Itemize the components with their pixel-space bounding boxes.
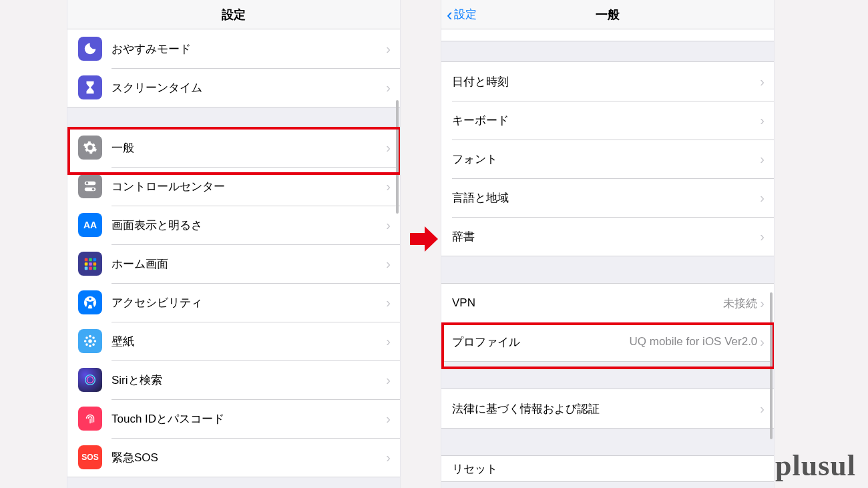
back-button[interactable]: ‹ 設定 bbox=[447, 6, 477, 23]
svg-point-23 bbox=[92, 343, 95, 346]
row-label: Siriと検索 bbox=[112, 373, 386, 388]
settings-list: おやすみモード › スクリーンタイム › 一般 bbox=[67, 29, 400, 477]
svg-rect-4 bbox=[85, 258, 88, 262]
svg-point-14 bbox=[89, 298, 91, 300]
siri-icon bbox=[78, 368, 102, 392]
chevron-right-icon: › bbox=[386, 256, 400, 272]
row-reset[interactable]: リセット bbox=[441, 456, 774, 481]
row-value: UQ mobile for iOS Ver2.0 bbox=[630, 335, 758, 348]
back-label: 設定 bbox=[454, 7, 477, 22]
chevron-right-icon: › bbox=[760, 74, 774, 89]
row-do-not-disturb[interactable]: おやすみモード › bbox=[67, 29, 400, 68]
row-label: 緊急SOS bbox=[112, 450, 386, 465]
svg-point-16 bbox=[89, 335, 91, 338]
svg-point-17 bbox=[89, 345, 91, 348]
row-label: リセット bbox=[452, 461, 774, 477]
chevron-right-icon: › bbox=[386, 411, 400, 427]
svg-point-15 bbox=[88, 339, 92, 343]
svg-point-21 bbox=[92, 336, 95, 339]
row-label: Touch IDとパスコード bbox=[112, 411, 386, 427]
svg-point-22 bbox=[85, 343, 88, 346]
row-general[interactable]: 一般 › bbox=[67, 128, 400, 167]
navbar-settings: 設定 bbox=[67, 0, 400, 29]
row-dictionary[interactable]: 辞書 › bbox=[441, 217, 774, 256]
text-size-icon: AA bbox=[78, 213, 102, 237]
fingerprint-icon bbox=[78, 407, 102, 431]
row-screen-time[interactable]: スクリーンタイム › bbox=[67, 68, 400, 107]
row-home-screen[interactable]: ホーム画面 › bbox=[67, 244, 400, 283]
svg-rect-7 bbox=[85, 262, 88, 266]
chevron-right-icon: › bbox=[760, 229, 774, 244]
settings-screen: 設定 おやすみモード › スクリーンタイム › bbox=[67, 0, 401, 488]
row-label: 画面表示と明るさ bbox=[112, 218, 386, 233]
chevron-right-icon: › bbox=[386, 218, 400, 233]
moon-icon bbox=[78, 37, 102, 61]
scroll-indicator bbox=[770, 292, 773, 439]
row-label: 辞書 bbox=[452, 229, 760, 244]
scroll-indicator bbox=[396, 100, 399, 214]
row-display-brightness[interactable]: AA 画面表示と明るさ › bbox=[67, 206, 400, 244]
general-screen: ‹ 設定 一般 日付と時刻 › キーボード › フォント › bbox=[441, 0, 775, 488]
hourglass-icon bbox=[78, 75, 102, 99]
row-vpn[interactable]: VPN 未接続 › bbox=[441, 284, 774, 322]
row-value: 未接続 bbox=[723, 296, 757, 311]
row-keyboard[interactable]: キーボード › bbox=[441, 101, 774, 140]
svg-rect-10 bbox=[85, 267, 88, 270]
row-control-center[interactable]: コントロールセンター › bbox=[67, 167, 400, 206]
svg-point-19 bbox=[94, 340, 97, 342]
watermark: plusul bbox=[775, 449, 856, 483]
toggles-icon bbox=[78, 174, 102, 198]
row-profile[interactable]: プロファイル UQ mobile for iOS Ver2.0 › bbox=[441, 322, 774, 361]
row-touchid-passcode[interactable]: Touch IDとパスコード › bbox=[67, 399, 400, 438]
row-fonts[interactable]: フォント › bbox=[441, 140, 774, 178]
home-grid-icon bbox=[78, 252, 102, 276]
row-label: フォント bbox=[452, 152, 760, 167]
row-language-region[interactable]: 言語と地域 › bbox=[441, 178, 774, 217]
svg-rect-9 bbox=[93, 262, 97, 266]
row-label: ホーム画面 bbox=[112, 256, 386, 272]
row-label: おやすみモード bbox=[112, 41, 386, 57]
row-label: コントロールセンター bbox=[112, 179, 386, 194]
svg-rect-8 bbox=[89, 262, 92, 266]
row-emergency-sos[interactable]: SOS 緊急SOS › bbox=[67, 438, 400, 477]
nav-title: 一般 bbox=[596, 7, 620, 23]
svg-rect-11 bbox=[89, 267, 92, 270]
navbar-general: ‹ 設定 一般 bbox=[441, 0, 774, 29]
row-label: 壁紙 bbox=[112, 334, 386, 349]
chevron-right-icon: › bbox=[386, 295, 400, 310]
row-label: 法律に基づく情報および認証 bbox=[452, 401, 760, 417]
chevron-right-icon: › bbox=[386, 41, 400, 57]
svg-rect-6 bbox=[93, 258, 97, 262]
row-label: VPN bbox=[452, 296, 723, 310]
accessibility-icon bbox=[78, 290, 102, 314]
svg-rect-5 bbox=[89, 258, 92, 262]
row-label: プロファイル bbox=[452, 334, 630, 350]
chevron-left-icon: ‹ bbox=[447, 6, 453, 23]
chevron-right-icon: › bbox=[386, 334, 400, 349]
general-list: 日付と時刻 › キーボード › フォント › 言語と地域 › 辞書 › bbox=[441, 29, 774, 482]
row-label: 日付と時刻 bbox=[452, 74, 760, 89]
chevron-right-icon: › bbox=[760, 190, 774, 206]
svg-point-25 bbox=[87, 377, 93, 383]
arrow-right-icon bbox=[409, 224, 439, 254]
svg-point-20 bbox=[85, 336, 88, 339]
row-wallpaper[interactable]: 壁紙 › bbox=[67, 322, 400, 360]
row-label: スクリーンタイム bbox=[112, 80, 386, 95]
svg-point-18 bbox=[84, 340, 87, 342]
row-legal-regulatory[interactable]: 法律に基づく情報および認証 › bbox=[441, 389, 774, 428]
gear-icon bbox=[78, 136, 102, 160]
svg-point-3 bbox=[92, 188, 95, 191]
row-label: 言語と地域 bbox=[452, 190, 760, 206]
chevron-right-icon: › bbox=[760, 152, 774, 167]
nav-title: 設定 bbox=[222, 7, 246, 23]
chevron-right-icon: › bbox=[386, 450, 400, 465]
svg-rect-12 bbox=[93, 267, 97, 270]
row-date-time[interactable]: 日付と時刻 › bbox=[441, 62, 774, 101]
row-siri-search[interactable]: Siriと検索 › bbox=[67, 360, 400, 399]
svg-point-2 bbox=[86, 182, 89, 185]
chevron-right-icon: › bbox=[386, 373, 400, 388]
row-label: 一般 bbox=[112, 140, 386, 156]
sos-icon: SOS bbox=[78, 445, 102, 469]
row-label: アクセシビリティ bbox=[112, 295, 386, 310]
row-accessibility[interactable]: アクセシビリティ › bbox=[67, 283, 400, 322]
